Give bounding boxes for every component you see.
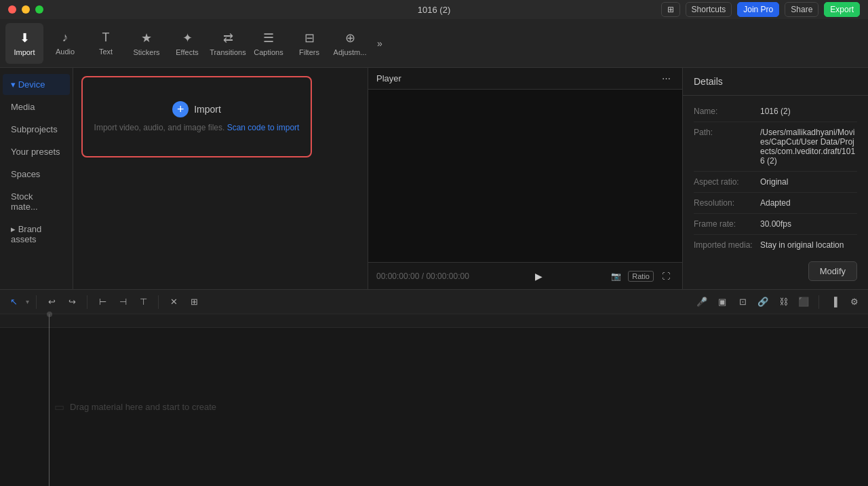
traffic-lights — [8, 5, 43, 14]
timeline-right-tools: 🎤 ▣ ⊡ 🔗 ⛓ ⬛ ▐ ⚙ — [694, 294, 863, 310]
sidebar-item-your-presets[interactable]: Your presets — [3, 141, 70, 162]
timeline-settings[interactable]: ⚙ — [846, 294, 863, 310]
toolbar-captions-label: Captions — [254, 48, 283, 56]
adjustments-icon: ⊕ — [345, 31, 355, 45]
toolbar-filters-label: Filters — [299, 48, 319, 56]
sidebar-item-media[interactable]: Media — [3, 96, 70, 117]
fullscreen-button[interactable]: ⛶ — [658, 268, 674, 284]
scan-code-link[interactable]: Scan code to import — [227, 123, 300, 132]
toolbar-transitions-label: Transitions — [210, 48, 245, 56]
detail-value-framerate: 30.00fps — [760, 219, 791, 229]
timeline-toolbar: ↖ ▾ ↩ ↪ ⊢ ⊣ ⊤ ✕ ⊞ 🎤 ▣ ⊡ 🔗 ⛓ ⬛ ▐ ⚙ — [0, 290, 868, 314]
toolbar-stickers-label: Stickers — [133, 48, 159, 56]
captions-icon: ☰ — [263, 31, 274, 45]
separator-2 — [87, 295, 87, 309]
join-pro-button[interactable]: Join Pro — [737, 2, 779, 17]
redo-button[interactable]: ↪ — [64, 294, 80, 310]
timeline-content: ▭ Drag material here and start to create — [0, 314, 868, 486]
sidebar-item-brand-assets[interactable]: ▸ Brand assets — [3, 219, 70, 250]
player-header: Player ⋯ — [368, 68, 682, 90]
detail-row-imported-media: Imported media: Stay in original locatio… — [694, 235, 857, 253]
microphone-button[interactable]: 🎤 — [694, 294, 710, 310]
content-area: + Import Import video, audio, and image … — [73, 68, 368, 289]
main-toolbar: ⬇ Import ♪ Audio T Text ★ Stickers ✦ Eff… — [0, 19, 868, 68]
undo-button[interactable]: ↩ — [43, 294, 60, 310]
unlink-button[interactable]: ⛓ — [775, 294, 791, 310]
detail-value-imported-media: Stay in original location — [760, 240, 844, 250]
toolbar-text[interactable]: T Text — [87, 23, 125, 64]
separator-1 — [36, 295, 37, 309]
detail-value-resolution: Adapted — [760, 198, 791, 208]
split-start-button[interactable]: ⊢ — [94, 294, 111, 310]
timeline-empty-icon: ▭ — [54, 400, 64, 413]
stickers-icon: ★ — [141, 31, 152, 45]
sidebar-item-stock-mate[interactable]: Stock mate... — [3, 186, 70, 217]
toolbar-adjustments[interactable]: ⊕ Adjustm... — [331, 23, 369, 64]
player-body — [368, 90, 682, 262]
audio-icon: ♪ — [62, 31, 68, 45]
window-title: 1016 (2) — [418, 5, 450, 15]
details-panel: Details Name: 1016 (2) Path: /Users/mall… — [682, 68, 868, 289]
import-icon: ⬇ — [20, 31, 30, 45]
titlebar-actions: ⊞ Shortcuts Join Pro Share Export — [661, 2, 860, 17]
main-area: ▾ Device Media Subprojects Your presets … — [0, 68, 868, 289]
text-icon: T — [102, 31, 110, 45]
toolbar-audio[interactable]: ♪ Audio — [46, 23, 84, 64]
details-title: Details — [683, 68, 868, 96]
minimize-button[interactable] — [22, 5, 30, 14]
detail-label-aspect: Aspect ratio: — [694, 177, 755, 187]
group-clip-button[interactable]: ▣ — [714, 294, 730, 310]
detail-value-aspect: Original — [760, 177, 788, 187]
detail-row-resolution: Resolution: Adapted — [694, 193, 857, 214]
detail-label-resolution: Resolution: — [694, 198, 755, 208]
toolbar-import[interactable]: ⬇ Import — [5, 23, 43, 64]
caption-button[interactable]: ⊡ — [734, 294, 751, 310]
cursor-dropdown[interactable]: ▾ — [26, 298, 29, 305]
extend-button[interactable]: ⊞ — [186, 294, 202, 310]
screenshot-button[interactable]: 📷 — [608, 268, 624, 284]
link-button[interactable]: 🔗 — [755, 294, 771, 310]
toolbar-captions[interactable]: ☰ Captions — [250, 23, 288, 64]
split-mid-button[interactable]: ⊤ — [135, 294, 151, 310]
timeline-tracks[interactable]: ▭ Drag material here and start to create — [0, 314, 868, 486]
player-area: Player ⋯ 00:00:00:00 / 00:00:00:00 ▶ 📷 R… — [368, 68, 682, 289]
ratio-button[interactable]: Ratio — [628, 271, 654, 282]
player-controls: 00:00:00:00 / 00:00:00:00 ▶ 📷 Ratio ⛶ — [368, 262, 682, 289]
sidebar-item-device[interactable]: ▾ Device — [3, 74, 70, 95]
toolbar-effects[interactable]: ✦ Effects — [168, 23, 206, 64]
detail-label-name: Name: — [694, 107, 755, 116]
timeline-ruler — [0, 314, 868, 328]
shortcuts-button[interactable]: Shortcuts — [686, 2, 732, 17]
close-button[interactable] — [8, 5, 16, 14]
playhead-dot — [47, 312, 52, 317]
share-button[interactable]: Share — [785, 2, 818, 17]
split-end-button[interactable]: ⊣ — [115, 294, 131, 310]
maximize-button[interactable] — [35, 5, 43, 14]
toolbar-text-label: Text — [99, 48, 113, 56]
import-box[interactable]: + Import Import video, audio, and image … — [81, 76, 312, 157]
details-footer: Modify — [683, 253, 868, 289]
cursor-tool[interactable]: ↖ — [5, 294, 22, 310]
detail-row-name: Name: 1016 (2) — [694, 101, 857, 122]
volume-button[interactable]: ▐ — [826, 294, 842, 310]
play-button[interactable]: ▶ — [535, 271, 542, 282]
sidebar-item-spaces[interactable]: Spaces — [3, 164, 70, 185]
toolbar-filters[interactable]: ⊟ Filters — [290, 23, 328, 64]
toolbar-more-button[interactable]: » — [372, 23, 388, 64]
timeline-area: ↖ ▾ ↩ ↪ ⊢ ⊣ ⊤ ✕ ⊞ 🎤 ▣ ⊡ 🔗 ⛓ ⬛ ▐ ⚙ ▭ Drag… — [0, 289, 868, 486]
sidebar-item-subprojects[interactable]: Subprojects — [3, 119, 70, 140]
playhead[interactable] — [49, 314, 50, 486]
detail-value-path: /Users/mallikadhyani/Movies/CapCut/User … — [760, 128, 857, 166]
player-time: 00:00:00:00 / 00:00:00:00 — [376, 272, 469, 281]
toolbar-stickers[interactable]: ★ Stickers — [127, 23, 165, 64]
layout-button[interactable]: ⊞ — [661, 2, 680, 17]
modify-button[interactable]: Modify — [808, 261, 857, 281]
delete-button[interactable]: ✕ — [165, 294, 182, 310]
import-subtitle: Import video, audio, and image files. Sc… — [94, 123, 300, 132]
player-menu-icon[interactable]: ⋯ — [658, 71, 674, 87]
titlebar: 1016 (2) ⊞ Shortcuts Join Pro Share Expo… — [0, 0, 868, 19]
detail-label-path: Path: — [694, 128, 755, 166]
export-button[interactable]: Export — [824, 2, 860, 17]
sticker-track-button[interactable]: ⬛ — [795, 294, 812, 310]
toolbar-transitions[interactable]: ⇄ Transitions — [209, 23, 247, 64]
